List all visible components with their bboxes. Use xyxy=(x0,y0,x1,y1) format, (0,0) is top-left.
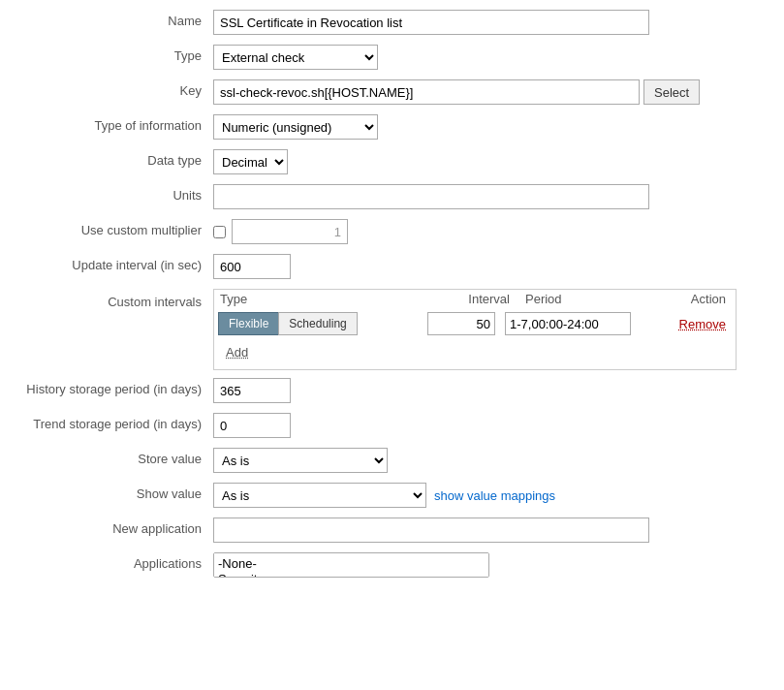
history-row: History storage period (in days) xyxy=(19,378,765,405)
new-application-input[interactable] xyxy=(213,518,649,543)
show-value-row: Show value As is show value mappings xyxy=(19,483,765,510)
key-label: Key xyxy=(19,79,213,98)
remove-button[interactable]: Remove xyxy=(679,317,726,331)
units-label: Units xyxy=(19,184,213,203)
new-application-label: New application xyxy=(19,518,213,536)
ci-interval-input[interactable] xyxy=(427,312,495,335)
new-application-control xyxy=(213,518,765,543)
update-interval-row: Update interval (in sec) xyxy=(19,254,765,281)
ci-data-row: Flexible Scheduling Remove xyxy=(214,308,736,339)
multiplier-row: Use custom multiplier xyxy=(19,219,765,246)
units-input[interactable] xyxy=(213,184,649,209)
show-value-label: Show value xyxy=(19,483,213,501)
units-control xyxy=(213,184,765,209)
trend-input[interactable] xyxy=(213,413,291,438)
update-interval-input[interactable] xyxy=(213,254,291,279)
history-control xyxy=(213,378,765,403)
units-row: Units xyxy=(19,184,765,211)
list-item[interactable]: Security xyxy=(218,572,485,578)
custom-intervals-control: Type Interval Period Action Flexible Sch… xyxy=(213,289,765,370)
type-of-info-row: Type of information Numeric (unsigned) xyxy=(19,114,765,141)
name-input[interactable] xyxy=(213,10,649,35)
type-select[interactable]: External check xyxy=(213,45,378,70)
type-label: Type xyxy=(19,45,213,63)
applications-label: Applications xyxy=(19,552,213,571)
scheduling-button[interactable]: Scheduling xyxy=(278,312,357,335)
add-button[interactable]: Add xyxy=(220,341,254,363)
multiplier-control xyxy=(213,219,765,244)
trend-control xyxy=(213,413,765,438)
key-control: Select xyxy=(213,79,765,105)
name-control xyxy=(213,10,765,35)
list-item[interactable]: -None- xyxy=(218,556,485,572)
name-row: Name xyxy=(19,10,765,37)
trend-label: Trend storage period (in days) xyxy=(19,413,213,431)
ci-header-interval: Interval xyxy=(369,292,519,306)
applications-row: Applications -None- Security xyxy=(19,552,765,580)
select-button[interactable]: Select xyxy=(643,79,700,105)
multiplier-checkbox[interactable] xyxy=(213,226,226,238)
type-row: Type External check xyxy=(19,45,765,72)
custom-intervals-table: Type Interval Period Action Flexible Sch… xyxy=(213,289,737,370)
update-interval-label: Update interval (in sec) xyxy=(19,254,213,272)
ci-header-row: Type Interval Period Action xyxy=(214,290,736,308)
key-row: Key Select xyxy=(19,79,765,107)
type-of-info-label: Type of information xyxy=(19,114,213,133)
show-value-select[interactable]: As is xyxy=(213,483,426,508)
type-control: External check xyxy=(213,45,765,70)
show-value-control: As is show value mappings xyxy=(213,483,765,508)
trend-row: Trend storage period (in days) xyxy=(19,413,765,440)
type-of-info-select[interactable]: Numeric (unsigned) xyxy=(213,114,378,140)
store-value-control: As is xyxy=(213,448,765,473)
flexible-button[interactable]: Flexible xyxy=(218,312,279,335)
history-input[interactable] xyxy=(213,378,291,403)
type-of-info-control: Numeric (unsigned) xyxy=(213,114,765,140)
multiplier-label: Use custom multiplier xyxy=(19,219,213,237)
ci-period-input[interactable] xyxy=(505,312,631,335)
data-type-label: Data type xyxy=(19,149,213,168)
show-value-mappings-link[interactable]: show value mappings xyxy=(434,488,555,503)
data-type-row: Data type Decimal xyxy=(19,149,765,176)
ci-header-action: Action xyxy=(665,292,736,306)
applications-list[interactable]: -None- Security xyxy=(213,552,489,578)
store-value-label: Store value xyxy=(19,448,213,466)
custom-intervals-label: Custom intervals xyxy=(19,289,213,309)
store-value-row: Store value As is xyxy=(19,448,765,475)
multiplier-input[interactable] xyxy=(232,219,348,244)
key-input[interactable] xyxy=(213,79,640,105)
data-type-select[interactable]: Decimal xyxy=(213,149,288,174)
custom-intervals-row: Custom intervals Type Interval Period Ac… xyxy=(19,289,765,370)
update-interval-control xyxy=(213,254,765,279)
history-label: History storage period (in days) xyxy=(19,378,213,396)
store-value-select[interactable]: As is xyxy=(213,448,388,473)
ci-header-type: Type xyxy=(214,292,369,306)
ci-header-period: Period xyxy=(519,292,665,306)
data-type-control: Decimal xyxy=(213,149,765,174)
name-label: Name xyxy=(19,10,213,28)
applications-control: -None- Security xyxy=(213,552,765,578)
new-application-row: New application xyxy=(19,518,765,545)
